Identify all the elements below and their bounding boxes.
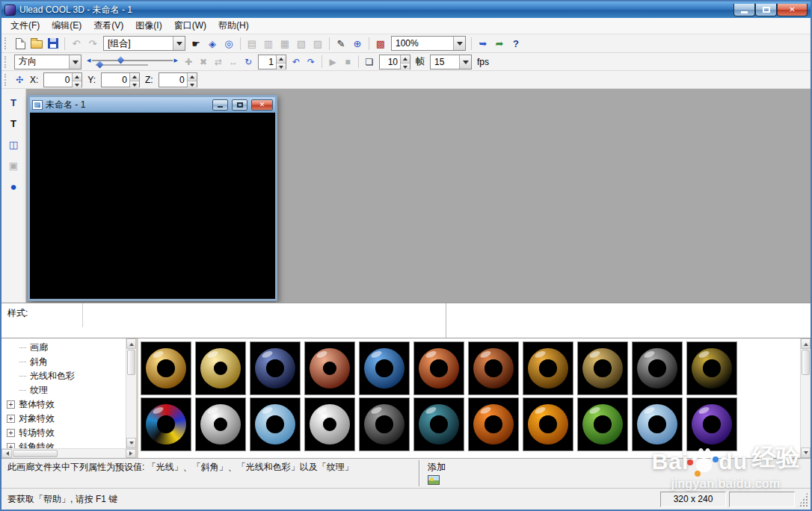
menu-file[interactable]: 文件(F) [4,17,46,34]
spin-up-icon[interactable] [188,73,197,81]
quality-flat-button[interactable]: ▦ [277,36,293,52]
open-file-button[interactable] [28,36,45,52]
titlebar[interactable]: Ulead COOL 3D - 未命名 - 1 ✕ [1,1,811,18]
expand-plus-icon[interactable]: + [7,400,15,409]
gallery-thumb-teal-texture-donut[interactable] [413,397,464,451]
gallery-thumb-blue-swirl-donut[interactable] [250,341,301,395]
next-keyframe-button[interactable]: ↷ [304,54,319,69]
gallery-thumb-blue-marble-donut[interactable] [250,397,301,451]
tree-vertical-scrollbar[interactable] [126,338,136,448]
keyframe-slider[interactable]: ◀ ▶ [87,55,178,69]
gallery-thumb-white-ring[interactable] [304,397,355,451]
export-video-button[interactable]: ➥ [475,36,491,52]
axis-button[interactable]: ✣ [12,72,27,87]
gallery-thumb-black-gold-donut[interactable] [686,341,737,395]
scrollbar-thumb[interactable] [127,350,135,375]
tree-item-gallery[interactable]: 画廊 [1,341,126,355]
gallery-thumb-blue-texture-donut[interactable] [359,341,410,395]
minimize-button[interactable] [733,4,755,16]
spin-down-icon[interactable] [401,64,410,71]
insert-keyframe-button[interactable]: ✚ [181,54,196,69]
gallery-thumb-gold-ring[interactable] [195,341,246,395]
edit-object-button[interactable]: ▣ [4,157,22,173]
fps-combo[interactable]: 15 [430,55,472,69]
gallery-thumb-gold-donut[interactable] [141,341,191,395]
new-file-button[interactable] [12,36,28,52]
x-spinner[interactable]: 0 [43,72,82,87]
add-thumbnail-button[interactable] [428,475,440,485]
slider-left-icon[interactable]: ◀ [87,58,90,63]
gallery-thumb-amber-gradient-donut[interactable] [523,397,573,451]
gallery-thumb-gray-donut[interactable] [359,397,410,451]
current-frame-spinner[interactable]: 1 [258,55,286,69]
scrollbar-thumb[interactable] [802,350,810,375]
tree-item-bevel-effects[interactable]: +斜角特效 [1,440,126,448]
document-close-button[interactable]: ✕ [251,99,273,111]
spin-up-icon[interactable] [401,55,410,64]
spin-up-icon[interactable] [73,73,81,81]
zoom-combo[interactable]: 100% [391,36,466,51]
z-spinner[interactable]: 0 [159,72,197,87]
prev-keyframe-button[interactable]: ↶ [289,54,304,69]
sphere-button[interactable]: ● [4,178,22,194]
delete-keyframe-button[interactable]: ✖ [196,54,211,69]
loop-button[interactable]: ↔ [226,54,241,69]
tree-item-object-effects[interactable]: +对象特效 [1,412,126,426]
gallery-thumb-cloud-donut[interactable] [632,397,683,451]
scroll-up-icon[interactable] [126,338,136,349]
context-help-button[interactable]: ? [508,36,524,52]
expand-plus-icon[interactable]: + [7,443,15,448]
scroll-left-icon[interactable] [1,449,12,458]
spin-down-icon[interactable] [277,64,286,71]
tree-item-light-color[interactable]: 光线和色彩 [1,369,126,383]
close-button[interactable]: ✕ [777,4,808,16]
toolbar-grip[interactable] [4,37,9,49]
spin-up-icon[interactable] [277,55,286,64]
undo-button[interactable]: ↶ [68,36,84,52]
tree-item-texture[interactable]: 纹理 [1,383,126,397]
y-spinner[interactable]: 0 [101,72,140,87]
slider-track[interactable] [92,60,172,61]
web-button[interactable]: ⊕ [349,36,366,52]
tree-item-transition-effects[interactable]: +转场特效 [1,426,126,440]
object-select-button[interactable]: ◈ [204,36,221,52]
slider-track-2[interactable] [96,64,148,66]
gallery-thumb-copper-ring[interactable] [304,341,355,395]
gallery-thumb-green-donut[interactable] [577,397,628,451]
quality-outline-button[interactable]: ▥ [260,36,277,52]
document-window[interactable]: 未命名 - 1 ✕ [28,95,277,301]
quality-shaded-button[interactable]: ▧ [293,36,310,52]
redo-button[interactable]: ↷ [84,36,101,52]
reverse-frames-button[interactable]: ⇄ [211,54,226,69]
rotate-object-button[interactable]: ↻ [241,54,256,69]
toolbar-grip[interactable] [4,74,9,86]
spin-down-icon[interactable] [73,81,81,89]
expand-plus-icon[interactable]: + [7,415,15,423]
3d-canvas[interactable] [30,113,275,299]
gallery-thumb-orange-rings-donut[interactable] [413,341,464,395]
document-titlebar[interactable]: 未命名 - 1 ✕ [30,97,275,113]
render-target-button[interactable]: ◎ [221,36,237,52]
tree-horizontal-scrollbar[interactable] [1,448,136,458]
menu-window[interactable]: 窗口(W) [168,17,212,34]
resize-grip-icon[interactable] [798,492,808,507]
expand-plus-icon[interactable]: + [7,429,15,437]
scroll-down-icon[interactable] [126,438,136,448]
scroll-up-icon[interactable] [801,338,811,349]
edit-text-button[interactable]: T [4,115,22,131]
spin-down-icon[interactable] [130,81,139,89]
tree-item-overall-effects[interactable]: +整体特效 [1,397,126,412]
scrollbar-thumb[interactable] [13,450,58,457]
gallery-thumb-stained-glass-donut[interactable] [141,397,191,451]
scroll-down-icon[interactable] [801,447,811,458]
spin-up-icon[interactable] [130,73,139,81]
pan-tool-button[interactable]: ☛ [188,36,204,52]
render-animation-button[interactable]: ❏ [362,54,377,69]
gallery-scrollbar[interactable] [800,338,811,458]
document-maximize-button[interactable] [232,99,247,111]
slider-handle-icon[interactable] [117,56,124,64]
menu-view[interactable]: 查看(V) [87,17,129,34]
color-panel-button[interactable]: ▩ [372,36,389,52]
maximize-button[interactable] [755,4,777,16]
slider-right-icon[interactable]: ▶ [174,58,178,63]
